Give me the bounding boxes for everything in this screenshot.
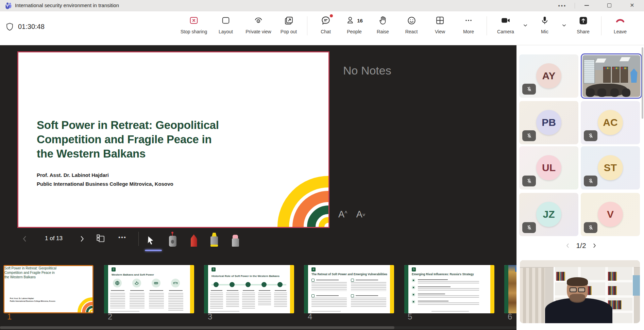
participant-tile-v[interactable]: V: [581, 193, 640, 236]
toolbar-divider: [487, 16, 487, 35]
previous-slide-button[interactable]: [20, 234, 30, 244]
stop-sharing-icon: [189, 15, 199, 26]
timer-text: 01:30:48: [18, 23, 45, 31]
avatar: ST: [598, 155, 623, 180]
stop-sharing-button[interactable]: Stop sharing: [179, 14, 209, 43]
chevron-left-icon: [20, 234, 29, 243]
private-view-button[interactable]: Private view: [242, 14, 275, 43]
filmstrip-scrollbar-thumb[interactable]: [0, 326, 394, 329]
chat-icon: [321, 15, 331, 26]
participant-tile-ac[interactable]: AC: [581, 101, 640, 144]
react-button[interactable]: React: [396, 14, 427, 43]
raise-hand-icon: [378, 16, 388, 25]
camera-options-chevron[interactable]: [522, 21, 529, 29]
font-decrease-button[interactable]: A˅: [356, 209, 366, 220]
view-button[interactable]: View: [425, 14, 455, 43]
thumbnail-title: Soft Power in Retreat: Geopolitical Comp…: [4, 266, 59, 279]
avatar: UL: [536, 155, 561, 180]
wall-painting: [633, 275, 640, 295]
mic-options-chevron[interactable]: [560, 21, 568, 29]
people-icon: [346, 16, 355, 25]
participant-tile-st[interactable]: ST: [581, 146, 640, 189]
curtain: [520, 260, 545, 323]
page-count: 1/2: [576, 242, 586, 250]
participant-tile-ul[interactable]: UL: [519, 146, 578, 189]
pointer-tool[interactable]: [146, 232, 156, 247]
notes-placeholder: No Notes: [343, 64, 391, 77]
close-button[interactable]: ✕: [624, 0, 640, 11]
nav-more-button[interactable]: •••: [116, 232, 129, 243]
thumbnail-number-3: 3: [208, 312, 212, 321]
thumbnail-number-6: 6: [508, 312, 512, 321]
toolbar-divider: [307, 16, 307, 35]
font-increase-button[interactable]: A˄: [338, 209, 348, 220]
filmstrip-scrollbar-track[interactable]: [0, 326, 516, 329]
share-icon: [578, 16, 588, 26]
grid-view-icon: [96, 233, 106, 244]
self-video-tile[interactable]: [520, 260, 640, 323]
mic-button[interactable]: Mic: [529, 14, 560, 43]
page-next-chevron[interactable]: [591, 242, 598, 249]
more-button[interactable]: More: [453, 14, 484, 43]
private-view-icon: [253, 15, 264, 26]
camera-button[interactable]: Camera: [490, 14, 521, 43]
slide-page-indicator: 1 of 13: [37, 235, 71, 243]
next-slide-button[interactable]: [77, 234, 87, 244]
laser-pointer-icon: [169, 236, 176, 247]
presented-slide[interactable]: Soft Power in Retreat: Geopolitical Comp…: [17, 51, 329, 228]
highlighter-icon: [210, 233, 218, 247]
thumbnail-number-2: 2: [108, 312, 112, 321]
sidebar-scrollbar[interactable]: [642, 47, 643, 119]
chat-button[interactable]: Chat: [310, 14, 341, 43]
people-button[interactable]: 16 People: [339, 14, 370, 43]
share-button[interactable]: Share: [568, 14, 598, 43]
slide-thumbnail-5[interactable]: 5 Emerging Rival Influences: Russia's St…: [404, 265, 494, 313]
slide-author: Prof. Asst. Dr. Labinot Hajdari: [37, 172, 109, 178]
meeting-timer: 01:30:48: [5, 22, 45, 31]
conference-room-video: [582, 55, 640, 97]
slide-thumbnail-3[interactable]: 3 Historical Role of Soft Power in the W…: [204, 265, 294, 313]
participants-pagination: 1/2: [561, 240, 601, 251]
participant-tile-jz[interactable]: JZ: [519, 193, 578, 236]
maximize-button[interactable]: [601, 0, 617, 11]
titlebar-more-button[interactable]: •••: [555, 0, 570, 11]
slide-thumbnail-4[interactable]: 4 The Retreat of Soft Power and Emerging…: [304, 265, 394, 313]
slide-thumbnail-1[interactable]: Soft Power in Retreat: Geopolitical Comp…: [3, 265, 94, 313]
participant-tile-ay[interactable]: AY: [519, 54, 578, 98]
mic-off-badge: [522, 130, 536, 141]
eraser-tool[interactable]: [231, 232, 240, 247]
highlighter-tool[interactable]: [209, 232, 219, 247]
pop-out-icon: [284, 16, 294, 26]
mic-icon: [540, 16, 549, 25]
pop-out-button[interactable]: Pop out: [273, 14, 304, 43]
eraser-icon: [232, 235, 239, 247]
raise-hand-button[interactable]: Raise: [368, 14, 398, 43]
leave-icon: [615, 15, 626, 26]
mic-off-badge: [584, 130, 597, 141]
participant-video-tile[interactable]: [581, 53, 642, 99]
slide-institution: Public International Business College Mi…: [37, 181, 173, 187]
leave-button[interactable]: Leave: [605, 14, 635, 43]
slide-thumbnail-2[interactable]: 2 Western Balkans and Soft Power: [104, 265, 194, 313]
layout-button[interactable]: Layout: [210, 14, 241, 43]
chevron-right-icon: [78, 234, 86, 243]
close-icon: ✕: [630, 3, 634, 8]
mic-off-badge: [584, 222, 597, 233]
page-previous-chevron[interactable]: [564, 242, 571, 249]
avatar: AY: [536, 63, 561, 88]
avatar: V: [598, 202, 623, 227]
meeting-toolbar: 01:30:48 Stop sharing Layout Private vie…: [0, 11, 644, 45]
thumbnail-number-4: 4: [308, 312, 312, 321]
pen-tool[interactable]: [189, 232, 199, 247]
avatar: PB: [536, 110, 561, 135]
minimize-button[interactable]: [579, 0, 594, 11]
participant-tile-pb[interactable]: PB: [519, 101, 578, 144]
slide-title: Soft Power in Retreat: Geopolitical Comp…: [37, 118, 229, 161]
mic-off-badge: [522, 84, 536, 95]
nav-divider: [138, 232, 139, 246]
minimize-icon: [584, 5, 589, 6]
glasses: [569, 287, 586, 293]
slide-grid-button[interactable]: [95, 233, 106, 244]
laser-pointer-tool[interactable]: [168, 232, 177, 247]
selected-tool-indicator: [145, 250, 162, 251]
